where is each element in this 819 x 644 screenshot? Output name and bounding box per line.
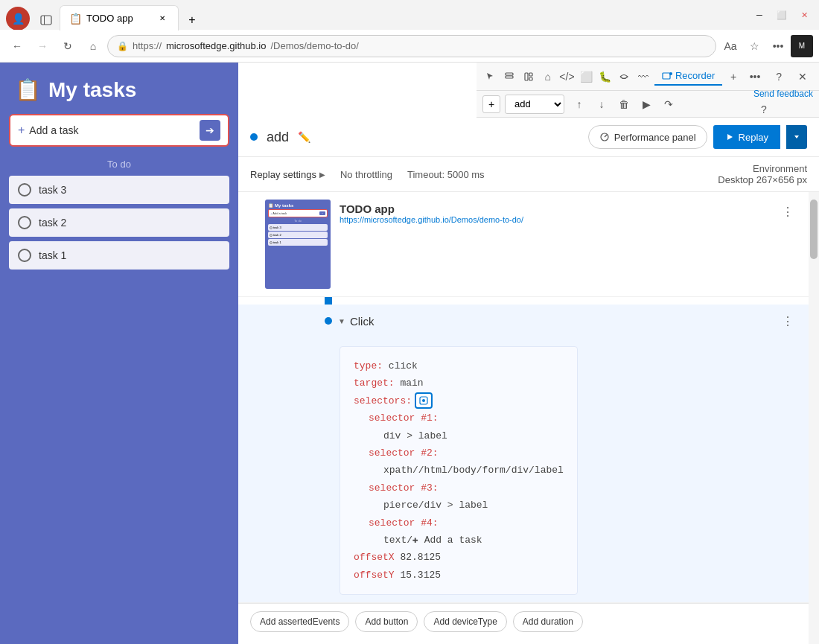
step-navigate-content: 📋My tasks +Add a task → To do task 3 tas…	[265, 200, 797, 289]
svg-point-13	[422, 399, 425, 402]
more-devtools-btn[interactable]: •••	[745, 66, 765, 87]
close-devtools-btn[interactable]: ✕	[792, 66, 813, 87]
code-sel4-value: text/✚ Add a task	[383, 535, 482, 546]
replay-settings-bar: Replay settings ▶ No throttling Timeout:…	[238, 157, 819, 192]
feedback-help-btn[interactable]: ?	[753, 99, 774, 120]
task-checkbox-1[interactable]	[18, 249, 31, 262]
step-navigate-info: TODO app https://microsoftedge.github.io…	[340, 200, 797, 289]
svg-rect-0	[41, 16, 51, 25]
todo-panel: 📋 My tasks + Add a task ➔ To do task 3 t…	[0, 63, 238, 644]
add-button-btn[interactable]: Add button	[355, 611, 418, 632]
code-sel1-key: selector #1:	[369, 412, 439, 424]
task-label-3: task 3	[39, 184, 66, 196]
cursor-tool-btn[interactable]	[482, 66, 499, 87]
add-duration-btn[interactable]: Add duration	[513, 611, 583, 632]
network-btn[interactable]	[616, 66, 633, 87]
forward-btn[interactable]: →	[31, 35, 54, 57]
add-asserted-events-btn[interactable]: Add assertedEvents	[250, 611, 349, 632]
perf-panel-btn[interactable]: Performance panel	[588, 125, 707, 149]
help-btn[interactable]: ?	[768, 66, 789, 87]
redo-btn[interactable]: ↷	[658, 94, 679, 115]
window-controls: ─ ⬜ ✕	[751, 6, 813, 24]
todo-app-title: My tasks	[48, 78, 136, 102]
move-up-btn[interactable]: ↑	[569, 94, 590, 115]
step-more-btn-1[interactable]: ⋮	[779, 203, 797, 220]
code-type-key: type:	[354, 360, 383, 372]
todo-header: 📋 My tasks	[0, 63, 238, 114]
task-item[interactable]: task 1	[9, 241, 229, 270]
user-avatar[interactable]: 👤	[6, 7, 30, 31]
code-sel3-key: selector #3:	[369, 482, 439, 494]
add-device-type-btn[interactable]: Add deviceType	[424, 611, 506, 632]
svg-rect-1	[44, 16, 45, 25]
back-btn[interactable]: ←	[6, 35, 28, 57]
step-thumbnail: 📋My tasks +Add a task → To do task 3 tas…	[265, 200, 331, 289]
home-devtools-btn[interactable]: ⌂	[540, 66, 556, 87]
code-target-value: main	[400, 377, 423, 389]
task-item[interactable]: task 2	[9, 208, 229, 237]
move-down-btn[interactable]: ↓	[591, 94, 612, 115]
layout-btn[interactable]	[520, 66, 537, 87]
add-task-container[interactable]: + Add a task ➔	[9, 114, 229, 147]
bottom-actions: Add assertedEvents Add button Add device…	[238, 603, 819, 640]
code-offsetx-key: offsetX	[354, 552, 395, 563]
play-step-btn[interactable]: ▶	[636, 94, 657, 115]
sidebar-toggle-btn[interactable]	[36, 10, 57, 31]
replay-settings-label[interactable]: Replay settings	[250, 169, 316, 180]
send-feedback-link[interactable]: Send feedback	[753, 89, 813, 99]
layers-btn[interactable]	[502, 66, 518, 87]
env-value: Desktop 267×656 px	[718, 174, 807, 185]
add-task-arrow-btn[interactable]: ➔	[200, 120, 220, 141]
replay-dropdown-btn[interactable]	[786, 125, 807, 149]
collapse-icon[interactable]: ▼	[338, 317, 345, 325]
task-checkbox-2[interactable]	[18, 216, 31, 229]
delete-step-btn[interactable]: 🗑	[614, 94, 634, 115]
svg-rect-3	[506, 76, 513, 78]
code-target-key: target:	[354, 377, 395, 389]
step1-content: 📋My tasks +Add a task → To do task 3 tas…	[265, 200, 797, 289]
tab-close-btn[interactable]: ✕	[156, 12, 169, 25]
step-more-btn-2[interactable]: ⋮	[779, 312, 797, 330]
browser-tab[interactable]: 📋 TODO app ✕	[60, 5, 179, 31]
svg-point-8	[669, 72, 672, 75]
add-task-plus-icon: +	[18, 124, 25, 137]
nav-bar: ← → ↻ ⌂ 🔒 https://microsoftedge.github.i…	[0, 30, 819, 63]
close-btn[interactable]: ✕	[795, 6, 813, 24]
code-offsety-value: 15.3125	[400, 570, 441, 581]
env-label: Environment	[718, 163, 807, 174]
todo-section-label: To do	[0, 156, 238, 176]
add-task-text[interactable]: Add a task	[29, 124, 200, 136]
selector-picker-btn[interactable]	[415, 392, 433, 409]
task-item[interactable]: task 3	[9, 176, 229, 204]
maximize-btn[interactable]: ⬜	[773, 6, 791, 24]
bug-btn[interactable]: 🐛	[597, 66, 614, 87]
home-btn[interactable]: ⌂	[82, 35, 104, 57]
task-label-2: task 2	[39, 217, 66, 229]
step-select[interactable]: add	[505, 95, 564, 114]
monitor-btn[interactable]: ⬜	[578, 66, 594, 87]
minimize-btn[interactable]: ─	[751, 6, 768, 24]
read-aloud-btn[interactable]: Aa	[719, 35, 742, 57]
nav-actions: Aa ☆ ••• M	[719, 35, 813, 57]
url-prefix: https://	[133, 40, 162, 51]
reload-btn[interactable]: ↻	[57, 35, 79, 57]
new-tab-btn[interactable]: +	[182, 10, 203, 31]
devtools-panel: ⌂ </> ⬜ 🐛 〰 Recorder + ••• ? ✕	[238, 63, 819, 644]
address-bar[interactable]: 🔒 https://microsoftedge.github.io/Demos/…	[107, 35, 716, 57]
step-add-btn[interactable]: +	[482, 95, 500, 113]
task-checkbox-3[interactable]	[18, 183, 31, 197]
tab-title-text: TODO app	[86, 13, 151, 24]
performance-btn[interactable]: 〰	[635, 66, 651, 87]
code-sel4-key: selector #4:	[369, 517, 439, 529]
favorites-btn[interactable]: ☆	[743, 35, 765, 57]
profile-btn[interactable]: M	[791, 35, 813, 57]
code-sel1-value: div > label	[383, 430, 447, 441]
replay-btn[interactable]: Replay	[713, 125, 780, 149]
code-btn[interactable]: </>	[559, 66, 576, 87]
recorder-tab[interactable]: Recorder	[654, 67, 722, 86]
edit-recording-name-btn[interactable]: ✏️	[298, 131, 310, 143]
more-btn[interactable]: •••	[767, 35, 789, 57]
add-panel-btn[interactable]: +	[725, 66, 742, 87]
task-label-1: task 1	[39, 249, 66, 261]
code-selectors-key: selectors:	[354, 392, 412, 409]
